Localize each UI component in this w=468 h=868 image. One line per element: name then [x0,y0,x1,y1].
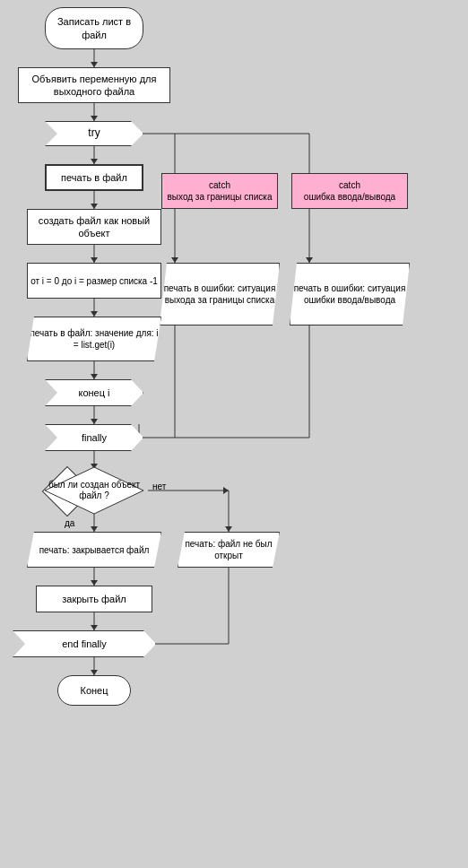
diamond-shape: был ли создан объект файл ? [43,465,145,516]
svg-marker-30 [91,116,98,121]
print-not-opened-shape: печать: файл не был открыт [178,532,280,568]
svg-marker-43 [306,257,313,263]
print-value-shape: печать в файл: значение для: i = list.ge… [27,317,161,361]
create-file-shape: создать файл как новый объект [27,209,161,245]
svg-marker-45 [225,526,232,532]
yes-label: да [65,518,74,528]
end-finally-shape: end finally [13,630,156,657]
finally-shape: finally [45,424,143,451]
print-closing-shape: печать: закрывается файл [27,532,161,568]
no-label: нет [152,482,166,491]
flowchart-diagram: Записать лист в файл Объявить переменную… [0,0,468,868]
catch1-header: catch выход за границы списка [161,173,278,209]
svg-marker-36 [91,419,98,424]
svg-marker-35 [91,374,98,379]
catch2-header: catch ошибка ввода/вывода [291,173,408,209]
svg-marker-38 [91,526,98,532]
end-shape: Конец [57,675,131,706]
close-file-shape: закрыть файл [36,586,152,612]
svg-marker-44 [223,487,229,494]
catch2-body-shape: печать в ошибки: ситуация ошибки ввода/в… [290,263,410,326]
try-shape: try [45,121,143,146]
catch1-body-shape: печать в ошибки: ситуация выхода за гран… [160,263,280,326]
svg-marker-42 [171,257,178,263]
svg-marker-34 [91,311,98,317]
declare-var-shape: Объявить переменную для выходного файла [18,67,170,103]
loop-shape: от i = 0 до i = размер списка -1 [27,263,161,299]
svg-marker-40 [91,625,98,630]
print-to-file-shape: печать в файл [45,164,143,191]
start-shape: Записать лист в файл [45,7,143,49]
end-i-shape: конец i [45,379,143,406]
